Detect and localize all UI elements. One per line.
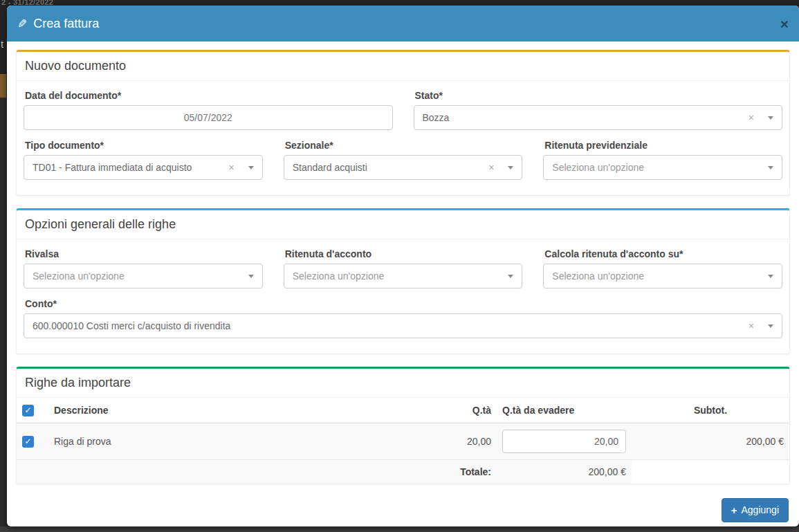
section-title: Nuovo documento	[17, 52, 789, 81]
backdrop-bottom-strip	[0, 526, 799, 532]
check-icon: ✓	[24, 406, 31, 414]
field-label: Ritenuta d'acconto	[285, 248, 522, 259]
field-label: Stato*	[415, 90, 782, 101]
caret-down-icon	[508, 166, 513, 169]
field-label: Data del documento*	[25, 90, 392, 101]
caret-down-icon	[768, 275, 773, 278]
tipo-documento-select[interactable]: TD01 - Fattura immediata di acquisto ×	[24, 155, 263, 180]
close-icon[interactable]: ×	[780, 17, 789, 31]
caret-down-icon	[768, 166, 773, 169]
select-placeholder: Seleziona un'opzione	[552, 162, 765, 173]
field-label: Calcola ritenuta d'acconto su*	[544, 248, 781, 259]
clear-icon[interactable]: ×	[488, 163, 494, 172]
qta-da-evadere-input[interactable]	[502, 430, 626, 453]
select-placeholder: Seleziona un'opzione	[293, 270, 506, 282]
table-header-row: ✓ Descrizione Q.tà Q.tà da evadere Subto…	[17, 398, 789, 423]
caret-down-icon	[768, 324, 773, 328]
ritenuta-previdenziale-select[interactable]: Seleziona un'opzione	[543, 155, 782, 180]
cell-subtot: 200,00 €	[632, 423, 789, 459]
crea-fattura-modal: ✎ Crea fattura × Nuovo documento Data de…	[7, 6, 799, 526]
caret-down-icon	[248, 275, 254, 278]
header-qta-da-evadere: Q.tà da evadere	[497, 398, 632, 423]
clear-icon[interactable]: ×	[749, 321, 754, 331]
field-ritenuta-acconto: Ritenuta d'acconto Seleziona un'opzione	[284, 248, 523, 288]
selected-value: 600.000010 Costi merci c/acquisto di riv…	[33, 320, 743, 331]
section-title: Opzioni generali delle righe	[17, 210, 789, 239]
clear-icon[interactable]: ×	[749, 113, 754, 122]
selected-value: Standard acquisti	[293, 162, 483, 173]
field-label: Rivalsa	[25, 248, 261, 259]
cell-descrizione: Riga di prova	[48, 423, 434, 459]
date-input[interactable]	[24, 105, 393, 130]
caret-down-icon	[248, 166, 254, 169]
backdrop-text-fragment: t	[1, 38, 3, 50]
field-calcola-ritenuta: Calcola ritenuta d'acconto su* Seleziona…	[543, 248, 782, 288]
select-all-checkbox[interactable]: ✓	[22, 405, 34, 416]
header-qta: Q.tà	[434, 398, 497, 423]
table-row: ✓ Riga di prova 20,00 200,00 €	[17, 423, 789, 459]
field-conto: Conto* 600.000010 Costi merci c/acquisto…	[24, 298, 782, 338]
field-ritenuta-previdenziale: Ritenuta previdenziale Seleziona un'opzi…	[543, 140, 782, 180]
stato-select[interactable]: Bozza ×	[414, 105, 783, 130]
modal-body: Nuovo documento Data del documento* Stat…	[7, 42, 799, 526]
modal-header: ✎ Crea fattura ×	[7, 6, 799, 42]
section-title: Righe da importare	[17, 369, 789, 398]
sezionale-select[interactable]: Standard acquisti ×	[284, 155, 523, 180]
field-sezionale: Sezionale* Standard acquisti ×	[284, 140, 523, 180]
ritenuta-acconto-select[interactable]: Seleziona un'opzione	[284, 264, 523, 288]
header-subtot: Subtot.	[632, 398, 789, 423]
field-tipo-documento: Tipo documento* TD01 - Fattura immediata…	[24, 140, 263, 180]
modal-title: Crea fattura	[33, 17, 99, 31]
caret-down-icon	[768, 116, 773, 120]
field-label: Sezionale*	[285, 140, 522, 151]
header-descrizione: Descrizione	[48, 398, 434, 423]
check-icon: ✓	[24, 437, 31, 446]
section-opzioni-generali: Opzioni generali delle righe Rivalsa Sel…	[16, 208, 790, 354]
selected-value: TD01 - Fattura immediata di acquisto	[33, 162, 223, 173]
backdrop-left-strip	[0, 98, 7, 532]
caret-down-icon	[508, 275, 513, 278]
selected-value: Bozza	[423, 112, 743, 123]
row-checkbox[interactable]: ✓	[22, 436, 34, 448]
field-stato: Stato* Bozza ×	[414, 90, 783, 130]
table-total-row: Totale: 200,00 €	[17, 459, 789, 484]
section-righe-da-importare: Righe da importare ✓ Descrizione Q.tà Q.…	[16, 367, 790, 484]
field-label: Ritenuta previdenziale	[544, 140, 781, 151]
add-button[interactable]: +Aggiungi	[722, 498, 789, 522]
rivalsa-select[interactable]: Seleziona un'opzione	[24, 264, 263, 288]
total-label: Totale:	[17, 459, 497, 484]
cell-qta: 20,00	[434, 423, 497, 459]
total-empty-cell	[632, 459, 789, 484]
clear-icon[interactable]: ×	[228, 163, 234, 172]
rows-table: ✓ Descrizione Q.tà Q.tà da evadere Subto…	[17, 398, 789, 484]
total-value: 200,00 €	[497, 459, 632, 484]
field-data-documento: Data del documento*	[24, 90, 393, 130]
modal-footer: +Aggiungi	[16, 497, 790, 526]
select-placeholder: Seleziona un'opzione	[552, 270, 765, 282]
section-nuovo-documento: Nuovo documento Data del documento* Stat…	[16, 50, 790, 196]
calcola-ritenuta-select[interactable]: Seleziona un'opzione	[543, 264, 782, 288]
add-button-label: Aggiungi	[742, 504, 780, 515]
field-label: Conto*	[25, 298, 781, 309]
field-label: Tipo documento*	[25, 140, 261, 151]
field-rivalsa: Rivalsa Seleziona un'opzione	[24, 248, 263, 288]
pencil-icon: ✎	[17, 17, 27, 31]
backdrop-artifact	[0, 74, 6, 98]
conto-select[interactable]: 600.000010 Costi merci c/acquisto di riv…	[24, 313, 782, 338]
select-placeholder: Seleziona un'opzione	[33, 270, 246, 282]
plus-icon: +	[731, 504, 737, 516]
